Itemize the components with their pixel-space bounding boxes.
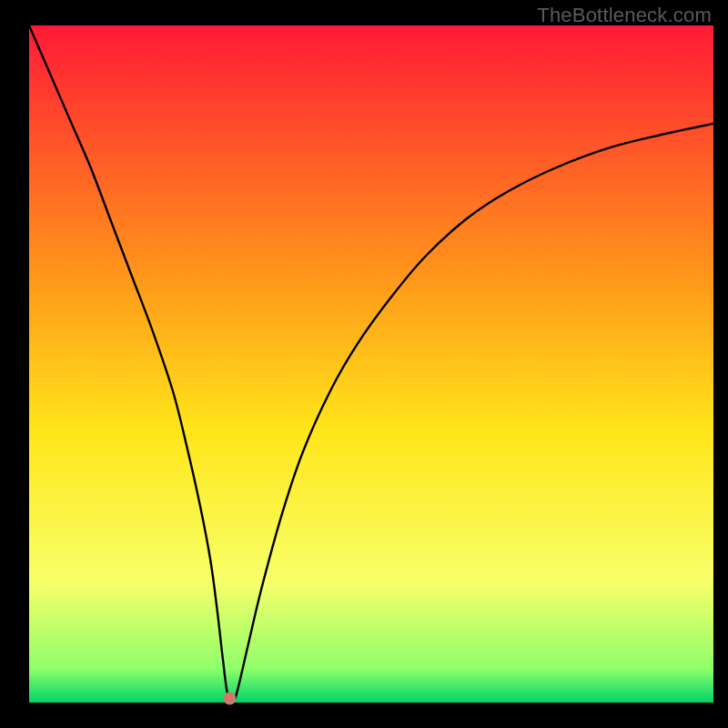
bottleneck-chart — [0, 0, 728, 728]
optimal-point-marker — [223, 693, 236, 705]
chart-root: { "watermark": "TheBottleneck.com", "cha… — [0, 0, 728, 728]
plot-area — [29, 25, 713, 703]
watermark-text: TheBottleneck.com — [537, 4, 712, 27]
